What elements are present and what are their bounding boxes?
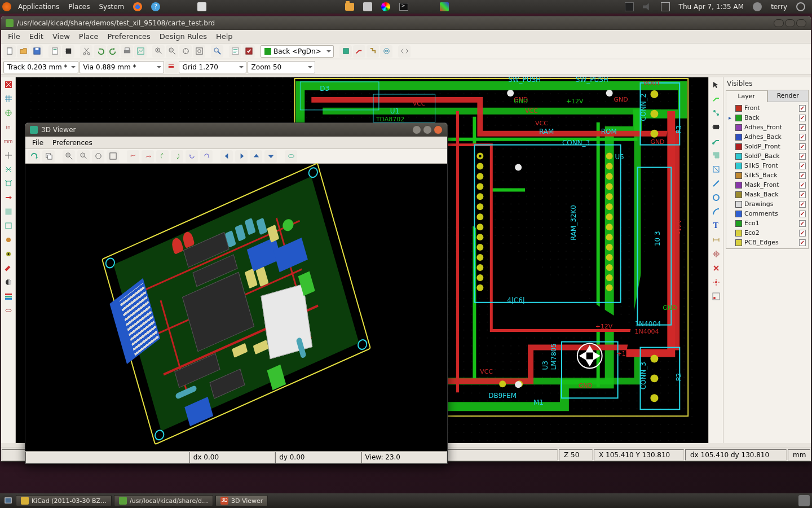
layer-row-front[interactable]: Front✔ [727, 103, 807, 113]
3d-rotate-y-neg-icon[interactable] [156, 150, 169, 163]
open-icon[interactable] [17, 45, 29, 58]
layer-visible-checkbox[interactable]: ✔ [799, 163, 806, 169]
add-target-icon[interactable] [710, 248, 722, 260]
terminal-icon[interactable] [399, 3, 408, 11]
3d-copy-icon[interactable] [42, 150, 55, 163]
layer-row-silks_front[interactable]: SilkS_Front✔ [727, 161, 807, 170]
layer-visible-checkbox[interactable]: ✔ [799, 201, 806, 208]
plot-icon[interactable] [134, 45, 147, 58]
polar-icon[interactable] [2, 107, 15, 119]
highlight-net-icon[interactable] [710, 93, 722, 105]
layer-swatch[interactable] [735, 220, 742, 227]
task-kicad[interactable]: KiCad (2011-03-30 BZ… [16, 495, 112, 506]
menu-help[interactable]: Help [211, 32, 237, 41]
layer-row-soldp_front[interactable]: SoldP_Front✔ [727, 142, 807, 151]
ubuntu-logo-icon[interactable] [2, 2, 11, 11]
add-keepout-icon[interactable] [710, 163, 722, 176]
layer-swatch[interactable] [735, 172, 742, 179]
ratsnest-icon[interactable] [2, 163, 15, 176]
3d-rotate-z-pos-icon[interactable] [200, 150, 213, 163]
pad-fill-icon[interactable] [2, 234, 15, 246]
track-fill-icon[interactable] [2, 262, 15, 274]
3d-rotate-x-neg-icon[interactable] [127, 150, 139, 163]
clock[interactable]: Thu Apr 7, 1:35 AM [674, 3, 749, 11]
layer-visible-checkbox[interactable]: ✔ [799, 153, 806, 160]
3d-canvas[interactable] [25, 164, 447, 451]
netlist-icon[interactable] [229, 45, 241, 58]
files-icon[interactable] [345, 3, 354, 11]
3d-zoom-redraw-icon[interactable] [92, 150, 104, 163]
layer-swatch[interactable] [735, 143, 742, 150]
menu-place[interactable]: Place [74, 32, 103, 41]
power-icon[interactable] [796, 2, 805, 11]
offset-icon[interactable] [710, 276, 722, 288]
menu-edit[interactable]: Edit [25, 32, 48, 41]
contrast-icon[interactable] [2, 276, 15, 288]
undo-icon[interactable] [94, 45, 106, 58]
delete-icon[interactable] [710, 262, 722, 274]
layer-swatch[interactable] [735, 211, 742, 217]
layer-swatch[interactable] [735, 239, 742, 246]
ratsnest-module-icon[interactable] [2, 177, 15, 190]
layer-row-eco2[interactable]: Eco2✔ [727, 228, 807, 238]
window-titlebar[interactable]: /usr/local/kicad/share/demos/test_xil_95… [1, 16, 811, 30]
tab-layer[interactable]: Layer [726, 90, 767, 102]
layer-swatch[interactable] [735, 191, 742, 198]
layer-visible-checkbox[interactable]: ✔ [799, 191, 806, 198]
layer-visible-checkbox[interactable]: ✔ [799, 239, 806, 246]
scripting-icon[interactable] [398, 45, 411, 58]
layer-row-silks_back[interactable]: SilkS_Back✔ [727, 170, 807, 180]
layer-visible-checkbox[interactable]: ✔ [799, 182, 806, 189]
layer-swatch[interactable] [735, 230, 742, 237]
layer-visible-checkbox[interactable]: ✔ [799, 172, 806, 179]
layer-visible-checkbox[interactable]: ✔ [799, 124, 806, 131]
3d-viewer-titlebar[interactable]: 3D Viewer [25, 123, 447, 137]
firefox-icon[interactable] [133, 2, 142, 11]
layer-row-back[interactable]: ▸Back✔ [727, 113, 807, 122]
layer-row-adhes_back[interactable]: Adhes_Back✔ [727, 132, 807, 142]
layer-row-comments[interactable]: Comments✔ [727, 209, 807, 218]
cut-icon[interactable] [80, 45, 92, 58]
3d-zoom-out-icon[interactable] [77, 150, 90, 163]
gnome-system[interactable]: System [94, 3, 129, 11]
gnome-places[interactable]: Places [64, 3, 94, 11]
3d-ortho-icon[interactable] [285, 150, 297, 163]
menu-view[interactable]: View [48, 32, 74, 41]
module-editor-icon[interactable] [62, 45, 74, 58]
trash-icon[interactable] [798, 495, 810, 506]
help-icon[interactable]: ? [151, 2, 160, 11]
show-zones-outline-icon[interactable] [2, 220, 15, 232]
autoroute-icon[interactable] [367, 45, 379, 58]
grid-vis-icon[interactable] [2, 93, 15, 105]
display-local-ratsnest-icon[interactable] [710, 107, 722, 119]
new-icon[interactable] [3, 45, 16, 58]
layer-row-pcb_edges[interactable]: PCB_Edges✔ [727, 238, 807, 247]
color-picker-icon[interactable] [381, 2, 390, 11]
minimize-button[interactable] [774, 19, 784, 27]
layer-swatch[interactable] [735, 163, 742, 169]
task-pcbnew[interactable]: /usr/local/kicad/share/d… [114, 495, 213, 506]
add-line-icon[interactable] [710, 177, 722, 190]
3d-menu-file[interactable]: File [28, 139, 48, 147]
add-arc-icon[interactable] [710, 205, 722, 218]
layer-row-soldp_back[interactable]: SoldP_Back✔ [727, 151, 807, 161]
add-zone-icon[interactable] [710, 149, 722, 161]
3d-move-down-icon[interactable] [264, 150, 277, 163]
layer-row-mask_back[interactable]: Mask_Back✔ [727, 190, 807, 199]
tablet-icon[interactable] [625, 2, 634, 11]
task-3dviewer[interactable]: 3D3D Viewer [215, 495, 268, 506]
layer-swatch[interactable] [735, 182, 742, 189]
3d-zoom-in-icon[interactable] [63, 150, 75, 163]
via-fill-icon[interactable] [2, 248, 15, 260]
layer-row-drawings[interactable]: Drawings✔ [727, 199, 807, 209]
mail-icon[interactable] [661, 2, 670, 11]
layer-row-adhes_front[interactable]: Adhes_Front✔ [727, 122, 807, 132]
maximize-button[interactable] [785, 19, 795, 27]
mode-footprint-icon[interactable] [339, 45, 352, 58]
3d-move-up-icon[interactable] [250, 150, 262, 163]
auto-del-track-icon[interactable] [2, 191, 15, 204]
via-size-selector[interactable]: Via 0.889 mm * [80, 61, 164, 73]
3d-maximize-button[interactable] [423, 125, 432, 134]
add-module-icon[interactable] [710, 121, 722, 133]
cursor-shape-icon[interactable] [2, 149, 15, 161]
